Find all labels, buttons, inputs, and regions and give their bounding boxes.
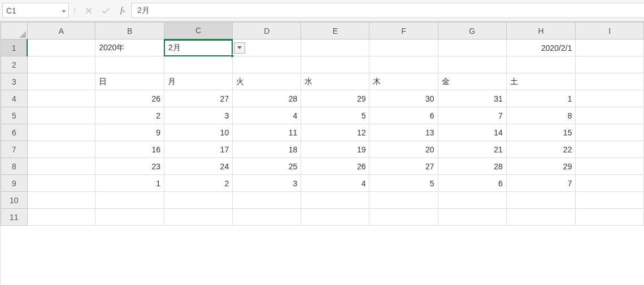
insert-function-icon[interactable]: fx	[114, 3, 131, 18]
cell-C7[interactable]: 17	[164, 141, 233, 158]
cell-F8[interactable]: 27	[369, 158, 438, 175]
cell-C4[interactable]: 27	[164, 90, 233, 107]
row-header-4[interactable]: 4	[1, 90, 28, 107]
column-header-C[interactable]: C	[164, 23, 233, 40]
cell-A10[interactable]	[27, 192, 95, 209]
row-header-1[interactable]: 1	[1, 40, 28, 56]
column-header-B[interactable]: B	[95, 23, 164, 40]
cell-I10[interactable]	[576, 192, 644, 209]
formula-input[interactable]: 2月	[131, 3, 644, 18]
cell-I4[interactable]	[576, 90, 644, 107]
cell-E8[interactable]: 26	[301, 158, 369, 175]
cell-F2[interactable]	[369, 56, 438, 73]
cell-H6[interactable]: 15	[506, 124, 576, 141]
cell-C1[interactable]: 2月	[164, 40, 233, 56]
cell-B10[interactable]	[95, 192, 164, 209]
cell-G2[interactable]	[438, 56, 506, 73]
cell-A1[interactable]	[27, 40, 95, 56]
cell-E7[interactable]: 19	[301, 141, 369, 158]
column-header-D[interactable]: D	[233, 23, 301, 40]
cell-H9[interactable]: 7	[506, 175, 576, 192]
cell-H2[interactable]	[506, 56, 576, 73]
cell-B6[interactable]: 9	[95, 124, 164, 141]
cell-B2[interactable]	[95, 56, 164, 73]
row-header-3[interactable]: 3	[1, 73, 28, 90]
cell-I7[interactable]	[576, 141, 644, 158]
cell-F9[interactable]: 5	[369, 175, 438, 192]
cell-H7[interactable]: 22	[506, 141, 576, 158]
cell-B7[interactable]: 16	[95, 141, 164, 158]
cell-I5[interactable]	[576, 107, 644, 124]
column-header-F[interactable]: F	[369, 23, 438, 40]
cell-C3[interactable]: 月	[164, 73, 233, 90]
cancel-icon[interactable]	[80, 3, 97, 18]
cell-F4[interactable]: 30	[369, 90, 438, 107]
cell-B3[interactable]: 日	[95, 73, 164, 90]
row-header-9[interactable]: 9	[1, 175, 28, 192]
row-header-8[interactable]: 8	[1, 158, 28, 175]
cell-F7[interactable]: 20	[369, 141, 438, 158]
cell-B9[interactable]: 1	[95, 175, 164, 192]
cell-G5[interactable]: 7	[438, 107, 506, 124]
row-header-5[interactable]: 5	[1, 107, 28, 124]
cell-H3[interactable]: 土	[506, 73, 576, 90]
cell-D3[interactable]: 火	[233, 73, 301, 90]
cell-E1[interactable]	[301, 40, 369, 56]
cell-G11[interactable]	[438, 209, 506, 226]
cell-D8[interactable]: 25	[233, 158, 301, 175]
cell-E9[interactable]: 4	[301, 175, 369, 192]
row-header-10[interactable]: 10	[1, 192, 28, 209]
cell-F3[interactable]: 木	[369, 73, 438, 90]
cell-A3[interactable]	[27, 73, 95, 90]
cell-D5[interactable]: 4	[233, 107, 301, 124]
cell-F1[interactable]	[369, 40, 438, 56]
cell-D9[interactable]: 3	[233, 175, 301, 192]
cell-I3[interactable]	[576, 73, 644, 90]
cell-G1[interactable]	[438, 40, 506, 56]
name-box-dropdown-icon[interactable]	[62, 6, 66, 15]
cell-A7[interactable]	[27, 141, 95, 158]
row-header-7[interactable]: 7	[1, 141, 28, 158]
active-cell[interactable]: 2月	[164, 40, 233, 57]
cell-H11[interactable]	[506, 209, 576, 226]
cell-C6[interactable]: 10	[164, 124, 233, 141]
cell-C9[interactable]: 2	[164, 175, 233, 192]
cell-G9[interactable]: 6	[438, 175, 506, 192]
cell-H1[interactable]: 2020/2/1	[506, 40, 576, 56]
cell-G6[interactable]: 14	[438, 124, 506, 141]
row-header-11[interactable]: 11	[1, 209, 28, 226]
cell-D10[interactable]	[233, 192, 301, 209]
cell-C5[interactable]: 3	[164, 107, 233, 124]
cell-I9[interactable]	[576, 175, 644, 192]
cell-D2[interactable]	[233, 56, 301, 73]
cell-H4[interactable]: 1	[506, 90, 576, 107]
cell-B1[interactable]: 2020年	[95, 40, 164, 56]
cell-G3[interactable]: 金	[438, 73, 506, 90]
cell-C10[interactable]	[164, 192, 233, 209]
cell-D4[interactable]: 28	[233, 90, 301, 107]
cell-H5[interactable]: 8	[506, 107, 576, 124]
cell-F5[interactable]: 6	[369, 107, 438, 124]
column-header-G[interactable]: G	[438, 23, 506, 40]
cell-dropdown-icon[interactable]	[234, 42, 245, 54]
cell-I6[interactable]	[576, 124, 644, 141]
cell-C11[interactable]	[164, 209, 233, 226]
cell-A9[interactable]	[27, 175, 95, 192]
cell-H10[interactable]	[506, 192, 576, 209]
cell-B4[interactable]: 26	[95, 90, 164, 107]
cell-A4[interactable]	[27, 90, 95, 107]
cell-G4[interactable]: 31	[438, 90, 506, 107]
cell-I8[interactable]	[576, 158, 644, 175]
cell-H8[interactable]: 29	[506, 158, 576, 175]
cell-D6[interactable]: 11	[233, 124, 301, 141]
cell-D11[interactable]	[233, 209, 301, 226]
name-box[interactable]: C1	[2, 3, 69, 18]
cell-G7[interactable]: 21	[438, 141, 506, 158]
cell-E11[interactable]	[301, 209, 369, 226]
row-header-6[interactable]: 6	[1, 124, 28, 141]
column-header-I[interactable]: I	[576, 23, 644, 40]
cell-C2[interactable]	[164, 56, 233, 73]
cell-F11[interactable]	[369, 209, 438, 226]
cell-E2[interactable]	[301, 56, 369, 73]
cell-A5[interactable]	[27, 107, 95, 124]
